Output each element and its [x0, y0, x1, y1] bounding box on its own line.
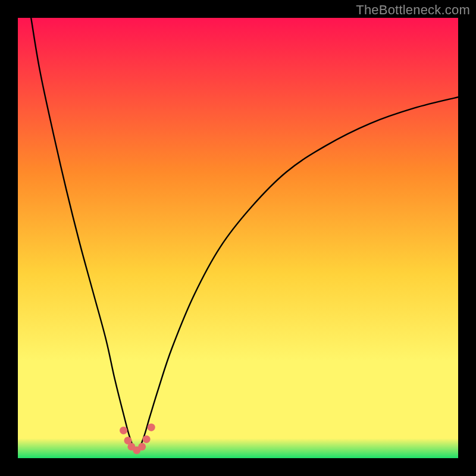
chart-svg — [18, 18, 458, 458]
near-minimum-dot — [120, 427, 127, 434]
plot-area — [18, 18, 458, 458]
chart-frame: TheBottleneck.com — [0, 0, 476, 476]
bottleneck-curve — [31, 18, 458, 452]
watermark-text: TheBottleneck.com — [356, 2, 470, 18]
near-minimum-dot — [143, 436, 151, 443]
near-minimum-dot — [148, 424, 155, 431]
near-minimum-dot — [138, 443, 146, 450]
